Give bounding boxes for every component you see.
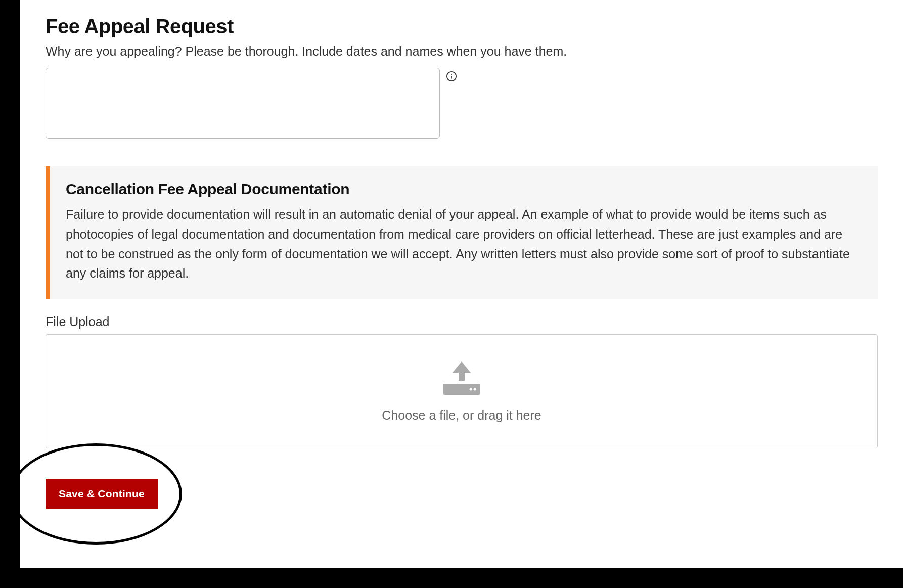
page-title: Fee Appeal Request (46, 15, 878, 38)
svg-point-1 (451, 74, 452, 75)
page-subtitle: Why are you appealing? Please be thoroug… (46, 44, 878, 59)
upload-hint: Choose a file, or drag it here (56, 408, 867, 423)
file-upload-label: File Upload (46, 314, 878, 329)
upload-icon (436, 357, 487, 399)
outer-frame: Fee Appeal Request Why are you appealing… (0, 0, 903, 588)
svg-point-5 (474, 388, 476, 391)
appeal-reason-textarea[interactable] (46, 68, 440, 139)
documentation-callout: Cancellation Fee Appeal Documentation Fa… (46, 166, 878, 299)
info-icon[interactable] (446, 71, 457, 82)
file-upload-dropzone[interactable]: Choose a file, or drag it here (46, 334, 878, 448)
appeal-reason-row (46, 68, 878, 139)
save-continue-button[interactable]: Save & Continue (46, 479, 158, 509)
callout-body: Failure to provide documentation will re… (66, 205, 862, 283)
callout-title: Cancellation Fee Appeal Documentation (66, 180, 862, 198)
save-continue-wrapper: Save & Continue (46, 479, 158, 509)
svg-point-4 (470, 388, 472, 391)
page-container: Fee Appeal Request Why are you appealing… (20, 0, 903, 568)
